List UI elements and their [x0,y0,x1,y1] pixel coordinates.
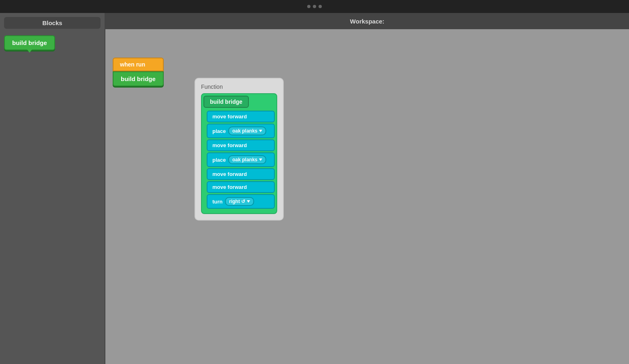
build-bridge-attached-label: build bridge [121,75,156,82]
when-run-label: when run [120,61,145,68]
turn-label: turn [212,199,223,205]
function-label: Function [201,84,277,90]
sidebar-build-bridge-block[interactable]: build bridge [4,35,55,50]
main-layout: Blocks build bridge Workspace: when run … [0,13,629,364]
oak-planks-arrow-1 [259,130,262,132]
oak-planks-dropdown-1[interactable]: oak planks [228,126,266,135]
place-oak-planks-block-1[interactable]: place oak planks [207,124,275,138]
build-bridge-attached-block[interactable]: build bridge [113,71,164,86]
place-label-2: place [212,157,226,163]
turn-direction-dropdown[interactable]: right ↺ [225,197,254,206]
oak-planks-dropdown-2[interactable]: oak planks [228,155,266,164]
turn-direction-arrow [247,200,250,203]
move-forward-label-1: move forward [212,113,247,120]
title-bar [0,0,629,13]
turn-direction-label: right ↺ [229,199,245,204]
dot-3 [319,5,322,8]
turn-right-block[interactable]: turn right ↺ [207,194,275,209]
window-dots [307,5,322,8]
dot-1 [307,5,310,8]
move-forward-label-3: move forward [212,171,247,177]
function-container-label: Function [201,84,223,90]
function-header-label: build bridge [210,98,242,105]
move-forward-label-2: move forward [212,142,247,148]
move-forward-block-2[interactable]: move forward [207,139,275,151]
place-label-1: place [212,128,226,134]
dot-2 [313,5,316,8]
move-forward-block-3[interactable]: move forward [207,168,275,180]
when-run-block[interactable]: when run [113,58,164,71]
function-header-block[interactable]: build bridge [203,96,249,108]
workspace-header: Workspace: [105,13,629,29]
oak-planks-label-1: oak planks [232,128,257,134]
move-forward-block-1[interactable]: move forward [207,111,275,122]
workspace: Workspace: when run build bridge Functio… [105,13,629,364]
sidebar-header-label: Blocks [42,19,62,26]
function-body: build bridge move forward place oak plan… [201,93,277,214]
place-oak-planks-block-2[interactable]: place oak planks [207,152,275,167]
function-container: Function build bridge move forward place [195,78,284,221]
workspace-header-label: Workspace: [350,18,385,25]
sidebar-header: Blocks [4,17,101,29]
oak-planks-arrow-2 [259,158,262,161]
when-run-group[interactable]: when run build bridge [113,58,164,86]
oak-planks-label-2: oak planks [232,157,257,163]
move-forward-label-4: move forward [212,184,247,190]
sidebar: Blocks build bridge [0,13,105,364]
sidebar-build-bridge-label: build bridge [12,39,47,46]
workspace-area[interactable]: when run build bridge Function build bri… [105,29,629,364]
move-forward-block-4[interactable]: move forward [207,181,275,193]
